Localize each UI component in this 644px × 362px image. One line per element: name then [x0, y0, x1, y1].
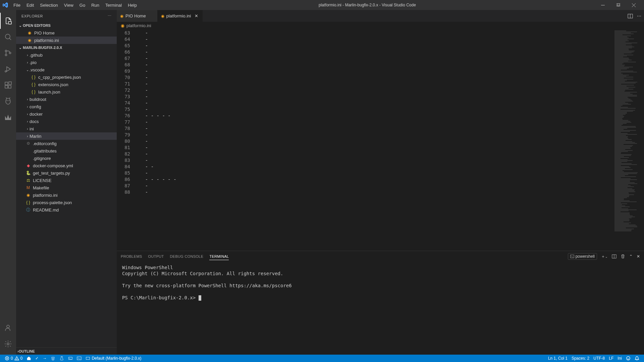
close-button[interactable]: [626, 0, 641, 10]
file-item[interactable]: ◆ docker-compose.yml: [16, 162, 117, 169]
minimap-line: [614, 207, 622, 208]
status-pio-upload[interactable]: →: [41, 355, 49, 362]
file-item[interactable]: ⚖ LICENSE: [16, 177, 117, 184]
panel-tab[interactable]: OUTPUT: [148, 253, 164, 260]
main-area: EXPLORER ⋯ ⌄ OPEN EDITORS ✕ ◉ PIO Home ✕…: [0, 10, 644, 355]
menu-view[interactable]: View: [61, 1, 76, 9]
more-actions-icon[interactable]: ⋯: [637, 13, 641, 18]
file-item[interactable]: { } c_cpp_properties.json: [16, 73, 117, 81]
accounts-icon[interactable]: [0, 320, 16, 336]
menu-go[interactable]: Go: [77, 1, 88, 9]
minimap-line: [614, 60, 632, 60]
minimap-line: [614, 221, 629, 221]
terminal-content[interactable]: Windows PowerShell Copyright (C) Microso…: [117, 262, 644, 355]
search-icon[interactable]: [0, 29, 16, 45]
status-encoding[interactable]: UTF-8: [591, 356, 607, 361]
file-label: c_cpp_properties.json: [38, 75, 81, 80]
file-item[interactable]: M Makefile: [16, 184, 117, 191]
maximize-panel-icon[interactable]: ⌃: [629, 254, 633, 259]
file-item[interactable]: ⚙ .editorconfig: [16, 140, 117, 147]
breadcrumbs[interactable]: ◉ platformio.ini: [117, 22, 644, 29]
status-spaces[interactable]: Spaces: 2: [570, 356, 591, 361]
platformio-icon[interactable]: [0, 93, 16, 109]
split-terminal-icon[interactable]: [612, 254, 616, 259]
file-item[interactable]: ◉ platformio.ini: [16, 191, 117, 199]
menu-selection[interactable]: Selection: [37, 1, 60, 9]
status-pio-test[interactable]: [57, 355, 66, 362]
project-header[interactable]: ⌄ MARLIN-BUGFIX-2.0.X: [16, 44, 117, 51]
editor-tab[interactable]: ◉ platformio.ini ✕: [158, 10, 203, 22]
minimap-line: [614, 145, 633, 146]
panel-tab[interactable]: DEBUG CONSOLE: [170, 253, 204, 260]
minimap-line: [614, 224, 629, 224]
open-editors-header[interactable]: ⌄ OPEN EDITORS: [16, 22, 117, 29]
warnings-count: 0: [20, 356, 23, 361]
minimap-line: [614, 229, 634, 229]
menu-edit[interactable]: Edit: [24, 1, 37, 9]
terminal-selector[interactable]: powershell: [568, 253, 597, 260]
panel-tab[interactable]: PROBLEMS: [121, 253, 142, 260]
file-item[interactable]: { } process-palette.json: [16, 199, 117, 206]
folder-item[interactable]: › .pio: [16, 59, 117, 66]
maximize-button[interactable]: [610, 0, 626, 10]
status-eol[interactable]: LF: [607, 356, 615, 361]
outline-header[interactable]: › OUTLINE: [16, 347, 117, 355]
new-terminal-icon[interactable]: ＋⌄: [601, 254, 608, 259]
sidebar-more-icon[interactable]: ⋯: [108, 14, 112, 18]
explorer-icon[interactable]: [0, 13, 16, 29]
file-item[interactable]: ⓘ README.md: [16, 206, 117, 214]
folder-item[interactable]: › config: [16, 103, 117, 110]
run-debug-icon[interactable]: [0, 61, 16, 77]
open-editor-item[interactable]: ✕ ◉ platformio.ini: [16, 37, 117, 44]
file-item[interactable]: { } launch.json: [16, 88, 117, 96]
status-pio-env[interactable]: Default (Marlin-bugfix-2.0.x): [84, 355, 143, 362]
file-item[interactable]: { } extensions.json: [16, 81, 117, 88]
status-errors[interactable]: 0 0: [3, 355, 24, 362]
marlin-icon[interactable]: [0, 109, 16, 125]
file-item[interactable]: .gitignore: [16, 155, 117, 162]
menu-file[interactable]: File: [11, 1, 23, 9]
status-pio-terminal[interactable]: [75, 355, 84, 362]
file-item[interactable]: .gitattributes: [16, 147, 117, 155]
menu-run[interactable]: Run: [89, 1, 102, 9]
panel-tab[interactable]: TERMINAL: [209, 253, 229, 260]
folder-item[interactable]: › buildroot: [16, 96, 117, 103]
minimize-button[interactable]: [595, 0, 610, 10]
open-editor-item[interactable]: ✕ ◉ PIO Home: [16, 29, 117, 37]
open-editors-label: OPEN EDITORS: [23, 23, 51, 27]
folder-item[interactable]: › docker: [16, 110, 117, 118]
status-lang[interactable]: Ini: [615, 356, 624, 361]
line-number: 66: [117, 49, 130, 55]
terminal-cursor: [199, 295, 201, 301]
close-panel-icon[interactable]: ✕: [637, 254, 640, 259]
editor-tab[interactable]: ◉ PIO Home: [117, 10, 158, 22]
folder-item[interactable]: › ini: [16, 125, 117, 132]
status-pio-home[interactable]: [24, 355, 33, 362]
status-pio-monitor[interactable]: [66, 355, 75, 362]
close-icon[interactable]: ✕: [194, 13, 199, 18]
menu-help[interactable]: Help: [125, 1, 140, 9]
file-item[interactable]: 🐍 get_test_targets.py: [16, 169, 117, 177]
extensions-icon[interactable]: [0, 77, 16, 93]
minimap-line: [614, 54, 624, 54]
status-pio-clean[interactable]: [49, 355, 57, 362]
folder-item[interactable]: › .github: [16, 51, 117, 59]
minimap[interactable]: [614, 29, 644, 251]
code-content[interactable]: - - - - - - - - - - - - - - - - - - - - …: [137, 29, 614, 251]
status-notifications-icon[interactable]: [633, 356, 641, 361]
split-editor-icon[interactable]: [628, 13, 633, 19]
folder-item[interactable]: › Marlin: [16, 132, 117, 140]
status-pio-build[interactable]: ✓: [33, 355, 41, 362]
source-control-icon[interactable]: [0, 45, 16, 61]
folder-item[interactable]: › docs: [16, 118, 117, 125]
folder-label: Marlin: [30, 134, 41, 139]
folder-item[interactable]: ⌄ .vscode: [16, 66, 117, 73]
minimap-line: [614, 141, 632, 142]
kill-terminal-icon[interactable]: [621, 254, 625, 259]
minimap-line: [614, 143, 637, 144]
status-ln-col[interactable]: Ln 1, Col 1: [546, 356, 570, 361]
settings-gear-icon[interactable]: [0, 336, 16, 352]
code-area[interactable]: 6364656667686970717273747576777879808182…: [117, 29, 644, 251]
status-feedback-icon[interactable]: [624, 356, 633, 361]
menu-terminal[interactable]: Terminal: [103, 1, 124, 9]
